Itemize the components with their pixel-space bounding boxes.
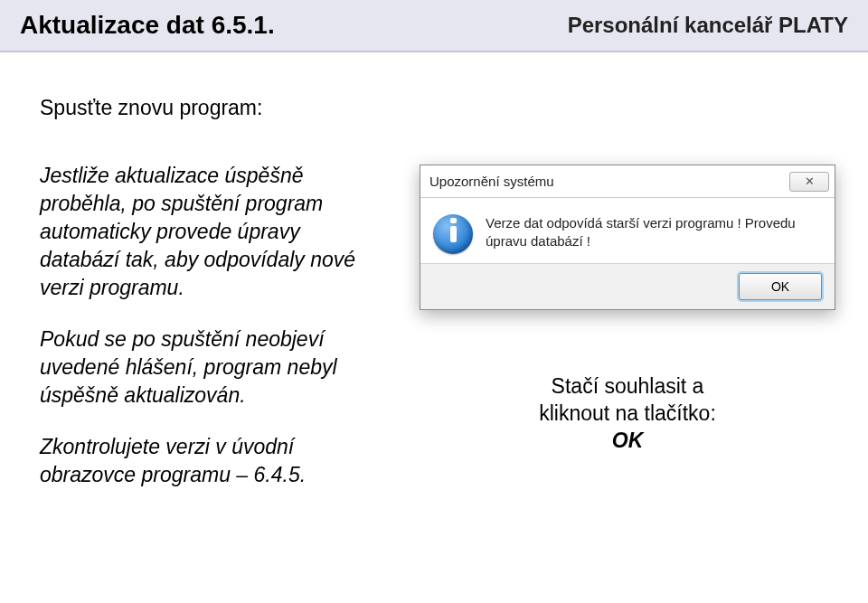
header-title-right: Personální kancelář PLATY (568, 13, 848, 38)
paragraph-2: Pokud se po spuštění neobjeví uvedené hl… (40, 325, 383, 410)
ok-button[interactable]: OK (739, 273, 822, 300)
caption-ok: OK (612, 429, 644, 452)
page-header: Aktualizace dat 6.5.1. Personální kancel… (0, 0, 868, 52)
header-title-left: Aktualizace dat 6.5.1. (20, 11, 275, 40)
dialog-button-bar: OK (420, 263, 835, 309)
dialog-body: Verze dat odpovídá starší verzi programu… (420, 198, 835, 263)
dialog-caption: Stačí souhlasit a kliknout na tlačítko: … (420, 373, 835, 455)
caption-line-1: Stačí souhlasit a (552, 374, 704, 398)
intro-text: Spusťte znovu program: (40, 94, 383, 122)
close-icon: ✕ (805, 174, 815, 188)
paragraph-3: Zkontrolujete verzi v úvodní obrazovce p… (40, 433, 383, 489)
info-icon (433, 214, 473, 254)
close-button[interactable]: ✕ (789, 172, 829, 192)
caption-line-2: kliknout na tlačítko: (539, 401, 716, 425)
left-column: Spusťte znovu program: Jestliže aktualiz… (40, 94, 383, 513)
content: Spusťte znovu program: Jestliže aktualiz… (0, 52, 868, 513)
dialog-title: Upozornění systému (429, 174, 554, 189)
system-dialog: Upozornění systému ✕ Verze dat odpovídá … (420, 165, 835, 310)
dialog-titlebar: Upozornění systému ✕ (420, 165, 835, 198)
dialog-message: Verze dat odpovídá starší verzi programu… (486, 214, 822, 254)
paragraph-1: Jestliže aktualizace úspěšně proběhla, p… (40, 162, 383, 302)
right-column: Upozornění systému ✕ Verze dat odpovídá … (420, 94, 841, 513)
